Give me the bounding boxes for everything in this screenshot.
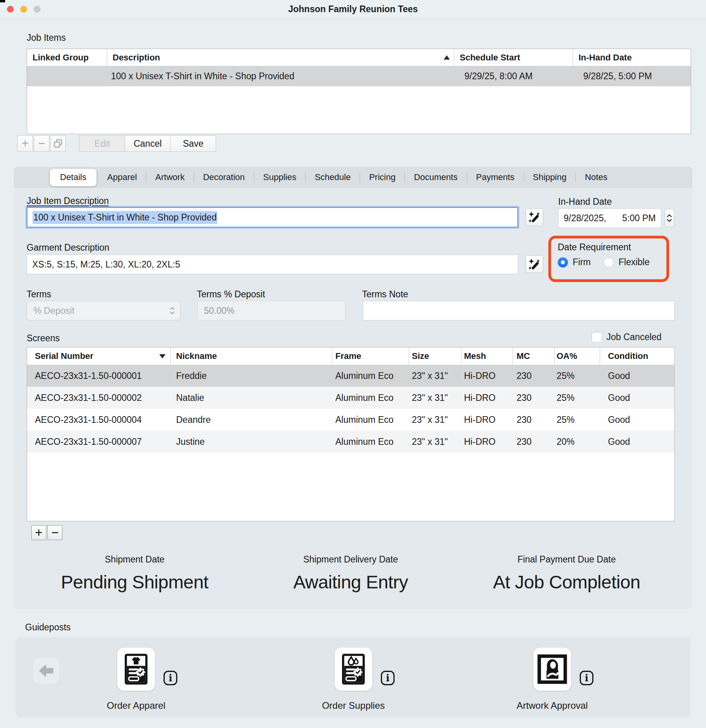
in-hand-date-date: 9/28/2025, (564, 213, 606, 224)
duplicate-icon (53, 138, 63, 149)
screen-row[interactable]: AECO-23x31-1.50-000002 Natalie Aluminum … (27, 387, 674, 409)
column-header-mc[interactable]: MC (513, 348, 555, 365)
shipment-delivery-date-label: Shipment Delivery Date (243, 554, 459, 565)
screen-row[interactable]: AECO-23x31-1.50-000001 Freddie Aluminum … (27, 365, 674, 387)
shipment-date-summary: Shipment Date Pending Shipment (27, 554, 243, 593)
final-payment-due-date-value: At Job Completion (459, 571, 675, 593)
tab-apparel[interactable]: Apparel (98, 167, 146, 188)
shipment-delivery-date-value: Awaiting Entry (243, 571, 459, 593)
screen-row[interactable]: AECO-23x31-1.50-000004 Deandre Aluminum … (27, 409, 674, 431)
order-supplies-info-icon[interactable]: i (380, 670, 395, 686)
add-screen-button[interactable]: + (31, 525, 46, 540)
tab-schedule[interactable]: Schedule (306, 167, 360, 188)
job-canceled-label: Job Canceled (606, 332, 662, 342)
tab-pricing[interactable]: Pricing (360, 167, 404, 188)
sort-descending-icon (159, 354, 166, 359)
cell-linked-group (27, 66, 107, 86)
tab-shipping[interactable]: Shipping (524, 167, 576, 188)
order-apparel-info-icon[interactable]: i (163, 670, 178, 686)
flexible-radio[interactable] (604, 257, 614, 268)
job-canceled-checkbox[interactable] (591, 332, 602, 342)
firm-radio-label: Firm (573, 257, 591, 268)
column-header-linked-group[interactable]: Linked Group (27, 49, 107, 66)
column-header-schedule-start[interactable]: Schedule Start (454, 49, 573, 66)
date-stepper[interactable] (664, 209, 674, 227)
order-supplies-button[interactable] (335, 648, 372, 691)
autofill-description-button[interactable] (526, 208, 543, 226)
job-items-toolbar: + − Edit Cancel Save (17, 135, 706, 152)
firm-radio[interactable] (558, 257, 568, 268)
column-header-frame[interactable]: Frame (332, 348, 409, 365)
shipment-date-value: Pending Shipment (27, 571, 243, 593)
magic-wand-icon (528, 257, 542, 271)
order-apparel-button[interactable] (117, 648, 155, 691)
svg-text:i: i (169, 672, 172, 684)
remove-screen-button[interactable]: − (47, 525, 62, 540)
order-apparel-label: Order Apparel (77, 700, 195, 711)
sort-ascending-icon (444, 55, 450, 60)
selected-text: 100 x Unisex T-Shirt in White - Shop Pro… (33, 211, 217, 224)
cancel-button[interactable]: Cancel (125, 135, 171, 152)
zoom-window-button (34, 6, 40, 13)
tab-notes[interactable]: Notes (576, 167, 616, 188)
window-title: Johnson Family Reunion Tees (288, 4, 418, 15)
terms-note-label: Terms Note (362, 289, 408, 300)
shipment-delivery-date-summary: Shipment Delivery Date Awaiting Entry (243, 554, 459, 593)
column-header-size[interactable]: Size (409, 348, 462, 365)
artwork-approval-button[interactable] (533, 648, 571, 691)
column-header-in-hand-date[interactable]: In-Hand Date (573, 49, 691, 66)
column-header-description[interactable]: Description (107, 49, 454, 66)
column-header-condition[interactable]: Condition (600, 348, 674, 365)
remove-job-item-button[interactable]: − (34, 135, 49, 152)
terms-deposit-label: Terms % Deposit (197, 289, 265, 300)
tab-details[interactable]: Details (50, 169, 96, 186)
tab-documents[interactable]: Documents (405, 167, 466, 188)
screens-header: Serial Number Nickname Frame Size Mesh M… (27, 348, 674, 365)
duplicate-job-item-button[interactable] (50, 135, 66, 152)
close-window-button[interactable] (7, 6, 14, 13)
job-item-row[interactable]: 100 x Unisex T-Shirt in White - Shop Pro… (27, 66, 691, 86)
shipment-date-label: Shipment Date (27, 554, 243, 565)
final-payment-due-date-summary: Final Payment Due Date At Job Completion (459, 554, 675, 593)
back-button[interactable] (33, 658, 59, 684)
stepper-down-icon (667, 219, 672, 222)
screen-row[interactable]: AECO-23x31-1.50-000007 Justine Aluminum … (27, 431, 674, 453)
guidepost-artwork-approval: i Artwork Approval (493, 646, 611, 715)
svg-text:i: i (386, 672, 389, 684)
order-supplies-label: Order Supplies (295, 700, 412, 711)
column-header-mesh[interactable]: Mesh (462, 348, 513, 365)
garment-description-label: Garment Description (27, 242, 109, 253)
tab-payments[interactable]: Payments (467, 167, 524, 188)
terms-note-input[interactable] (363, 301, 675, 320)
in-hand-date-input[interactable]: 9/28/2025, 5:00 PM (558, 208, 661, 228)
final-payment-due-date-label: Final Payment Due Date (459, 554, 675, 565)
in-hand-date-label: In-Hand Date (558, 197, 612, 207)
garment-description-input[interactable]: XS:5, S:15, M:25, L:30, XL:20, 2XL:5 (27, 255, 518, 274)
artwork-approval-info-icon[interactable]: i (579, 670, 594, 686)
job-canceled-control: Job Canceled (591, 332, 662, 342)
column-header-nickname[interactable]: Nickname (171, 348, 332, 365)
job-item-description-label: Job Item Description (27, 196, 109, 206)
magic-wand-icon (528, 210, 542, 224)
terms-select[interactable]: % Deposit (27, 301, 180, 320)
column-header-oa[interactable]: OA% (555, 348, 600, 365)
flexible-radio-label: Flexible (619, 257, 650, 268)
guideposts-section-label: Guideposts (25, 622, 706, 633)
job-item-detail-panel: Details Apparel Artwork Decoration Suppl… (14, 167, 692, 609)
save-button[interactable]: Save (170, 135, 216, 152)
column-header-serial-number[interactable]: Serial Number (27, 348, 171, 365)
job-item-description-input[interactable]: 100 x Unisex T-Shirt in White - Shop Pro… (27, 207, 518, 228)
job-items-header: Linked Group Description Schedule Start … (27, 49, 691, 66)
screen-edge-artifact (0, 0, 5, 2)
terms-deposit-input: 50.00% (197, 301, 346, 320)
tab-artwork[interactable]: Artwork (146, 167, 194, 188)
tab-supplies[interactable]: Supplies (254, 167, 305, 188)
add-job-item-button[interactable]: + (17, 135, 33, 152)
job-items-section-label: Job Items (27, 33, 706, 43)
autofill-garment-button[interactable] (526, 255, 543, 273)
minimize-window-button[interactable] (20, 6, 27, 13)
edit-button[interactable]: Edit (79, 135, 125, 152)
tab-decoration[interactable]: Decoration (194, 167, 254, 188)
screens-label: Screens (27, 333, 60, 344)
back-arrow-icon (38, 664, 54, 677)
